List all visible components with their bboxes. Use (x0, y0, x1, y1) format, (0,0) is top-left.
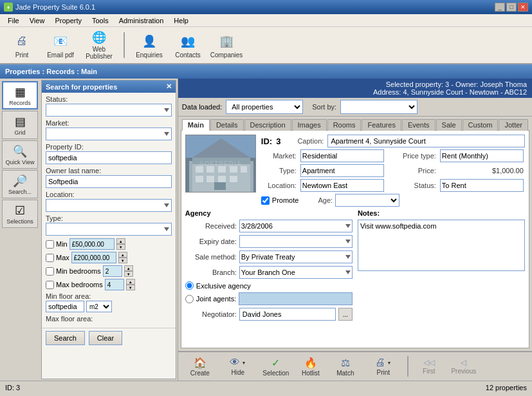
owner-input[interactable] (46, 175, 172, 188)
market-select[interactable] (46, 127, 172, 140)
expiry-select[interactable] (239, 235, 353, 248)
price-type-select[interactable]: Rent (Monthly) (440, 149, 524, 162)
nav-selections[interactable]: ☑ Selections (2, 200, 38, 228)
age-select[interactable] (335, 194, 399, 207)
minimize-button[interactable]: _ (495, 3, 505, 12)
max-bed-up[interactable]: ▲ (126, 279, 135, 285)
promote-checkbox[interactable] (261, 196, 270, 205)
min-bed-down[interactable]: ▼ (124, 271, 133, 277)
min-price-spinners: ▲ ▼ (116, 238, 125, 250)
hide-button[interactable]: 👁 ▼ Hide (218, 354, 258, 379)
min-bed-up[interactable]: ▲ (124, 265, 133, 271)
min-bed-input[interactable] (103, 265, 122, 277)
hotlist-button[interactable]: 🔥 Hotlist (294, 354, 327, 379)
tab-description[interactable]: Description (244, 119, 291, 131)
min-price-down[interactable]: ▼ (116, 244, 125, 250)
floor-unit-select[interactable]: m2 ft2 (86, 301, 112, 312)
nav-grid[interactable]: ▤ Grid (2, 111, 38, 139)
menu-help[interactable]: Help (169, 15, 194, 26)
email-label: Email pdf (47, 52, 74, 59)
tab-features[interactable]: Features (362, 119, 401, 131)
property-image: SOFTPEDIA (185, 135, 256, 193)
tab-main[interactable]: Main (182, 119, 210, 131)
left-nav: ▦ Records ▤ Grid 🔍 Quick View 🔎 Search..… (0, 79, 40, 381)
notes-textarea[interactable] (358, 220, 525, 271)
market-select[interactable]: Residential (300, 149, 384, 162)
companies-toolbar-button[interactable]: 🏢 Companies (210, 30, 243, 61)
status-count: 12 properties (486, 384, 527, 391)
tab-custom[interactable]: Custom (463, 119, 499, 131)
min-bed-spinners: ▲ ▼ (124, 265, 133, 277)
tab-details[interactable]: Details (210, 119, 244, 131)
property-id-label: Property ID: (46, 143, 172, 151)
print-bottom-button[interactable]: 🖨 ▼ Print (363, 354, 403, 379)
property-id-input[interactable] (46, 151, 172, 164)
sale-method-select[interactable]: By Private Treaty (239, 250, 353, 263)
enquiries-toolbar-button[interactable]: 👤 Enquiries (133, 30, 166, 61)
email-toolbar-button[interactable]: 📧 Email pdf (44, 30, 77, 61)
floor-min-input[interactable] (46, 301, 84, 312)
branch-select[interactable]: Your Branch One (239, 266, 353, 279)
search-panel-close[interactable]: ✕ (166, 82, 172, 91)
match-button[interactable]: ⚖ Match (329, 354, 362, 379)
location-select[interactable] (46, 199, 172, 212)
negotiator-input[interactable] (239, 308, 336, 321)
selection-icon: ✓ (271, 357, 280, 369)
sort-by-select[interactable] (340, 100, 417, 114)
joint-radio[interactable] (185, 295, 194, 303)
web-toolbar-button[interactable]: 🌐 Web Publisher (82, 30, 116, 61)
floor-max-row: Max floor area: (46, 315, 172, 323)
tab-jotter[interactable]: Jotter (499, 119, 528, 131)
first-button[interactable]: ◁◁ First (412, 354, 446, 379)
max-bed-checkbox[interactable] (46, 281, 54, 289)
type-field-select[interactable]: Apartment (300, 164, 384, 177)
tab-sale[interactable]: Sale (436, 119, 462, 131)
max-bed-input[interactable] (105, 279, 124, 290)
max-price-checkbox[interactable] (46, 254, 54, 262)
print-toolbar-button[interactable]: 🖨 Print (5, 30, 39, 61)
menu-file[interactable]: File (3, 15, 24, 26)
menu-tools[interactable]: Tools (87, 15, 114, 26)
watermark: SOFTPEDIA (186, 135, 255, 192)
menu-administration[interactable]: Administration (114, 15, 169, 26)
joint-label: Joint agents: (196, 295, 236, 303)
min-price-input[interactable] (69, 238, 115, 250)
nav-search[interactable]: 🔎 Search... (2, 170, 38, 198)
close-button[interactable]: ✕ (518, 3, 528, 12)
data-loaded-select[interactable]: All properties (226, 100, 303, 114)
status-field-select[interactable]: To Rent (440, 179, 524, 192)
max-price-input[interactable] (71, 252, 116, 263)
menu-property[interactable]: Property (50, 15, 87, 26)
caption-label: Caption: (297, 137, 324, 145)
status-select[interactable] (46, 104, 172, 117)
max-bed-down[interactable]: ▼ (126, 285, 135, 290)
min-bed-checkbox[interactable] (46, 267, 54, 276)
max-price-down[interactable]: ▼ (118, 258, 127, 263)
contacts-toolbar-button[interactable]: 👥 Contacts (171, 30, 205, 61)
type-select[interactable] (46, 223, 172, 236)
received-select[interactable]: 3/28/2006 (239, 220, 353, 232)
maximize-button[interactable]: □ (506, 3, 517, 12)
search-button[interactable]: Search (46, 331, 85, 345)
tab-images[interactable]: Images (292, 119, 327, 131)
selection-button[interactable]: ✓ Selection (259, 354, 293, 379)
clear-button[interactable]: Clear (89, 331, 122, 345)
negotiator-browse-button[interactable]: ... (338, 308, 353, 321)
create-button[interactable]: 🏠 Create (183, 354, 217, 379)
caption-input[interactable] (327, 135, 525, 147)
nav-quickview[interactable]: 🔍 Quick View (2, 140, 38, 169)
max-price-up[interactable]: ▲ (118, 252, 127, 258)
location-field-select[interactable]: Newtown East (300, 179, 384, 192)
min-price-checkbox[interactable] (46, 240, 54, 249)
exclusive-radio[interactable] (185, 281, 194, 290)
joint-input[interactable] (239, 292, 353, 305)
nav-records[interactable]: ▦ Records (2, 81, 38, 109)
web-label: Web Publisher (84, 46, 114, 60)
tab-events[interactable]: Events (402, 119, 436, 131)
previous-button[interactable]: ◁ Previous (447, 354, 481, 379)
menu-view[interactable]: View (24, 15, 50, 26)
min-price-up[interactable]: ▲ (116, 238, 125, 244)
first-label: First (423, 368, 435, 375)
agency-section: Agency Received: 3/28/2006 Expiry date: (185, 209, 353, 323)
tab-rooms[interactable]: Rooms (327, 119, 362, 131)
